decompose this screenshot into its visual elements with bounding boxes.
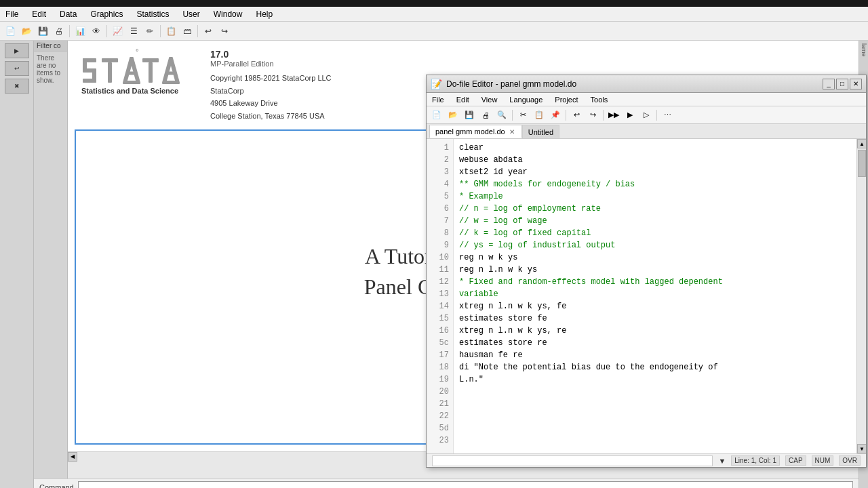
editor-cap: CAP bbox=[785, 455, 806, 466]
toolbar-doc[interactable]: 📋 bbox=[163, 24, 178, 39]
editor-toolbar-cut[interactable]: ✂ bbox=[515, 108, 530, 122]
svg-rect-6 bbox=[108, 62, 112, 83]
editor-menu: File Edit View Language Project Tools bbox=[427, 93, 866, 106]
svg-rect-5 bbox=[102, 58, 118, 62]
stata-logo-chars bbox=[81, 57, 190, 84]
sidebar-icon-1[interactable]: ▶ bbox=[5, 43, 29, 58]
editor-toolbar-paste[interactable]: 📌 bbox=[548, 108, 563, 122]
main-toolbar: 📄 📂 💾 🖨 📊 👁 📈 ☰ ✏ 📋 🗃 ↩ ↪ bbox=[0, 22, 868, 41]
editor-close-btn[interactable]: ✕ bbox=[850, 79, 862, 89]
toolbar-sep-3 bbox=[160, 25, 161, 37]
editor-status-input[interactable] bbox=[432, 455, 713, 466]
stata-subtitle: Statistics and Data Science bbox=[81, 87, 178, 95]
menu-user[interactable]: User bbox=[180, 8, 202, 20]
editor-toolbar-redo[interactable]: ↪ bbox=[585, 108, 600, 122]
menu-bar: File Edit Data Graphics Statistics User … bbox=[0, 7, 868, 22]
editor-tab-untitled[interactable]: Untitled bbox=[522, 125, 559, 138]
editor-toolbar-copy[interactable]: 📋 bbox=[532, 108, 547, 122]
editor-toolbar-run-line[interactable]: ▷ bbox=[639, 108, 654, 122]
menu-file[interactable]: File bbox=[3, 8, 21, 20]
stata-edition: MP-Parallel Edition bbox=[210, 60, 332, 68]
toolbar-undo[interactable]: ↩ bbox=[201, 24, 216, 39]
svg-rect-4 bbox=[83, 79, 96, 83]
toolbar-sep-1 bbox=[69, 25, 70, 37]
toolbar-list[interactable]: ☰ bbox=[126, 24, 141, 39]
editor-title-left: 📝 Do-file Editor - panel gmm model.do bbox=[431, 79, 576, 89]
editor-menu-file[interactable]: File bbox=[429, 95, 447, 104]
editor-menu-tools[interactable]: Tools bbox=[588, 95, 611, 104]
editor-toolbar-search[interactable]: 🔍 bbox=[494, 108, 509, 122]
editor-num: NUM bbox=[812, 455, 834, 466]
editor-menu-language[interactable]: Language bbox=[507, 95, 545, 104]
command-bar: Command bbox=[34, 479, 859, 488]
tab-label-untitled: Untitled bbox=[528, 128, 553, 136]
toolbar-print[interactable]: 🖨 bbox=[52, 24, 66, 39]
svg-rect-10 bbox=[149, 62, 153, 83]
editor-tab-gmm[interactable]: panel gmm model.do ✕ bbox=[429, 125, 522, 138]
editor-menu-edit[interactable]: Edit bbox=[454, 95, 472, 104]
menu-data[interactable]: Data bbox=[57, 8, 79, 20]
editor-toolbar-sep-4 bbox=[656, 110, 657, 121]
editor-toolbar-run-sel[interactable]: ▶ bbox=[623, 108, 637, 122]
scrollbar-up[interactable]: ▲ bbox=[857, 139, 866, 148]
code-content[interactable]: clearwebuse abdataxtset2 id year** GMM m… bbox=[454, 139, 856, 453]
editor-toolbar-run-all[interactable]: ▶▶ bbox=[606, 108, 621, 122]
editor-toolbar-more[interactable]: ⋯ bbox=[660, 108, 675, 122]
tab-close-gmm[interactable]: ✕ bbox=[508, 127, 516, 136]
toolbar-open[interactable]: 📂 bbox=[19, 24, 34, 39]
editor-ovr: OVR bbox=[839, 455, 861, 466]
editor-minimize-btn[interactable]: _ bbox=[823, 79, 835, 89]
editor-toolbar-save[interactable]: 💾 bbox=[462, 108, 477, 122]
stata-version: 17.0 bbox=[210, 49, 332, 60]
svg-marker-7 bbox=[125, 58, 138, 83]
scrollbar-down[interactable]: ▼ bbox=[857, 444, 866, 453]
toolbar-sep-4 bbox=[197, 25, 198, 37]
stata-filter-panel: Filter co There are no items to show. bbox=[34, 41, 68, 479]
editor-status-dropdown-icon[interactable]: ▼ bbox=[718, 457, 726, 465]
toolbar-graph[interactable]: 📊 bbox=[73, 24, 87, 39]
svg-rect-9 bbox=[142, 58, 159, 62]
hscroll-left[interactable]: ◀ bbox=[68, 452, 77, 462]
scrollbar-track[interactable] bbox=[857, 148, 866, 444]
editor-toolbar-open[interactable]: 📂 bbox=[446, 108, 460, 122]
editor-toolbar: 📄 📂 💾 🖨 🔍 ✂ 📋 📌 ↩ ↪ ▶▶ ▶ ▷ ⋯ bbox=[427, 106, 866, 124]
editor-titlebar: 📝 Do-file Editor - panel gmm model.do _ … bbox=[427, 75, 866, 93]
toolbar-edit[interactable]: ✏ bbox=[142, 24, 157, 39]
editor-toolbar-print[interactable]: 🖨 bbox=[478, 108, 493, 122]
toolbar-view[interactable]: 👁 bbox=[89, 24, 104, 39]
editor-scrollbar: ▲ ▼ bbox=[856, 139, 866, 453]
left-sidebar: ▶ ↩ ✖ bbox=[0, 41, 34, 488]
line-numbers: 123456789101112131415165c1718192021225d2… bbox=[427, 139, 454, 453]
editor-toolbar-new[interactable]: 📄 bbox=[429, 108, 444, 122]
editor-menu-project[interactable]: Project bbox=[552, 95, 580, 104]
svg-marker-11 bbox=[164, 58, 178, 83]
stata-logo-svg bbox=[81, 57, 190, 84]
menu-help[interactable]: Help bbox=[253, 8, 275, 20]
toolbar-table[interactable]: 🗃 bbox=[180, 24, 195, 39]
editor-menu-view[interactable]: View bbox=[479, 95, 500, 104]
editor-status: ▼ Line: 1, Col: 1 CAP NUM OVR bbox=[427, 453, 866, 467]
toolbar-bar-chart[interactable]: 📈 bbox=[110, 24, 125, 39]
scrollbar-thumb[interactable] bbox=[858, 150, 866, 177]
editor-toolbar-sep-3 bbox=[603, 110, 604, 121]
menu-window[interactable]: Window bbox=[211, 8, 245, 20]
editor-maximize-btn[interactable]: □ bbox=[836, 79, 848, 89]
sidebar-icon-3[interactable]: ✖ bbox=[5, 79, 29, 94]
command-input[interactable] bbox=[78, 481, 853, 489]
toolbar-new[interactable]: 📄 bbox=[3, 24, 18, 39]
editor-line-col: Line: 1, Col: 1 bbox=[731, 455, 780, 466]
editor-icon: 📝 bbox=[431, 79, 442, 89]
toolbar-save[interactable]: 💾 bbox=[35, 24, 50, 39]
sidebar-icon-2[interactable]: ↩ bbox=[5, 61, 29, 76]
degree-symbol: ° bbox=[136, 47, 138, 56]
do-file-editor: 📝 Do-file Editor - panel gmm model.do _ … bbox=[426, 75, 867, 468]
stata-info: 17.0 MP-Parallel Edition Copyright 1985-… bbox=[210, 47, 332, 123]
editor-toolbar-undo[interactable]: ↩ bbox=[569, 108, 584, 122]
stata-logo: ° bbox=[81, 47, 190, 95]
menu-graphics[interactable]: Graphics bbox=[87, 8, 125, 20]
menu-statistics[interactable]: Statistics bbox=[134, 8, 172, 20]
menu-edit[interactable]: Edit bbox=[29, 8, 49, 20]
editor-tabs: panel gmm model.do ✕ Untitled bbox=[427, 124, 866, 139]
toolbar-redo[interactable]: ↪ bbox=[217, 24, 232, 39]
results-empty-message: There are no items to show. bbox=[34, 52, 67, 87]
